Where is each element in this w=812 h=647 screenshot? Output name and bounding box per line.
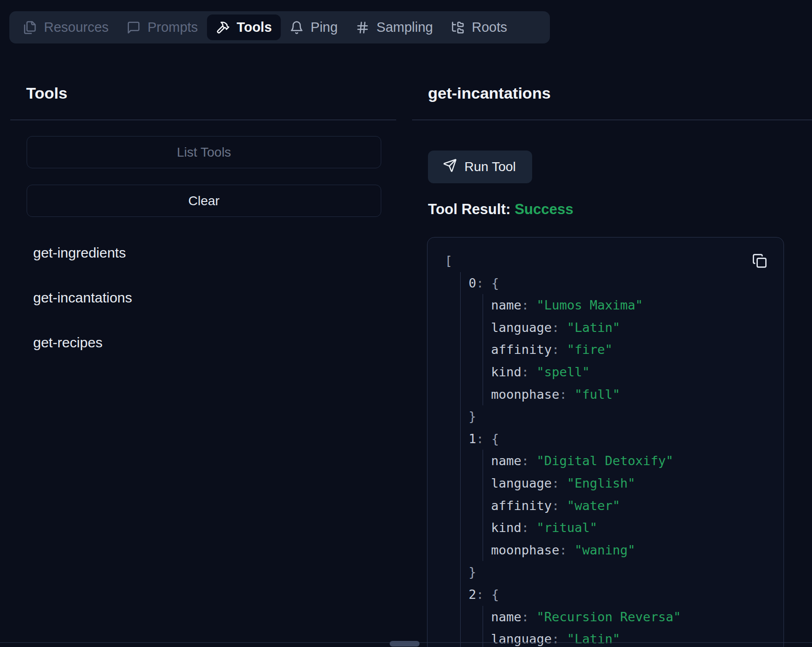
json-line: moonphase: "waning" xyxy=(491,539,681,561)
run-tool-button[interactable]: Run Tool xyxy=(428,151,532,183)
tab-label: Prompts xyxy=(148,20,198,35)
tool-result-status: Success xyxy=(514,201,573,217)
tool-list-item-get-incantations[interactable]: get-incantations xyxy=(33,290,132,306)
horizontal-scrollbar-thumb[interactable] xyxy=(390,641,420,647)
tab-bar: Resources Prompts Tools Ping Sampling xyxy=(9,11,550,43)
json-line: language: "English" xyxy=(491,472,681,495)
selected-tool-title: get-incantations xyxy=(428,84,551,102)
folder-tree-icon xyxy=(451,21,465,35)
tab-prompts[interactable]: Prompts xyxy=(118,14,207,40)
json-line: [ xyxy=(445,250,681,272)
copy-icon xyxy=(752,262,767,270)
hammer-icon xyxy=(216,21,230,35)
json-line: name: "Recursion Reversa" xyxy=(491,606,681,628)
copy-button[interactable] xyxy=(752,253,767,268)
json-line: name: "Digital Detoxify" xyxy=(491,450,681,472)
tab-label: Sampling xyxy=(377,20,433,35)
tab-tools[interactable]: Tools xyxy=(207,14,281,40)
app: Resources Prompts Tools Ping Sampling xyxy=(0,0,812,647)
json-line: } xyxy=(469,561,681,583)
json-line: language: "Latin" xyxy=(491,316,681,339)
json-line: name: "Lumos Maxima" xyxy=(491,294,681,316)
right-divider xyxy=(412,120,812,120)
json-line: 0: { xyxy=(469,272,681,295)
left-divider xyxy=(10,120,396,120)
send-icon xyxy=(443,158,457,176)
json-line: kind: "ritual" xyxy=(491,517,681,539)
json-line: affinity: "fire" xyxy=(491,338,681,361)
json-line: kind: "spell" xyxy=(491,361,681,383)
json-line: moonphase: "full" xyxy=(491,383,681,406)
tab-ping[interactable]: Ping xyxy=(281,14,347,40)
clear-button[interactable]: Clear xyxy=(27,185,381,217)
list-tools-button[interactable]: List Tools xyxy=(27,136,381,168)
tab-label: Tools xyxy=(237,20,272,35)
hash-icon xyxy=(356,21,370,35)
tool-result-line: Tool Result: Success xyxy=(428,201,573,218)
tools-panel-title: Tools xyxy=(26,84,67,102)
json-line: 2: { xyxy=(469,583,681,606)
tool-result-label: Tool Result: xyxy=(428,201,511,217)
json-line: } xyxy=(469,405,681,428)
message-square-icon xyxy=(127,21,141,35)
tab-roots[interactable]: Roots xyxy=(442,14,516,40)
tab-label: Roots xyxy=(472,20,507,35)
tab-sampling[interactable]: Sampling xyxy=(347,14,442,40)
tool-list-item-get-ingredients[interactable]: get-ingredients xyxy=(33,245,126,261)
bell-icon xyxy=(290,21,304,35)
json-tree: [0: {name: "Lumos Maxima"language: "Lati… xyxy=(445,250,681,647)
tab-label: Resources xyxy=(44,20,109,35)
files-icon xyxy=(23,21,37,35)
tool-list-item-get-recipes[interactable]: get-recipes xyxy=(33,335,102,351)
json-line: affinity: "water" xyxy=(491,495,681,517)
tab-label: Ping xyxy=(311,20,338,35)
tab-resources[interactable]: Resources xyxy=(14,14,118,40)
json-line: 1: { xyxy=(469,428,681,450)
json-line: language: "Latin" xyxy=(491,628,681,647)
